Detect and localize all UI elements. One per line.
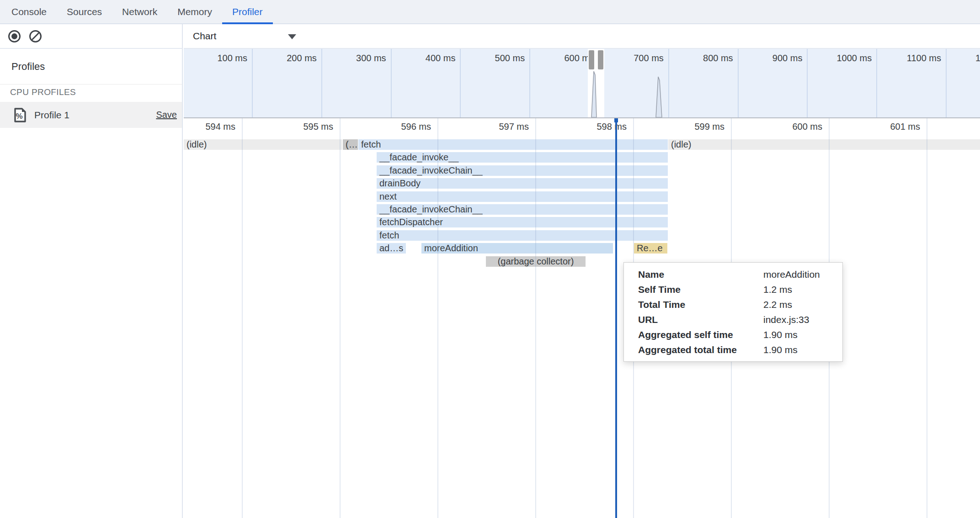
profiles-header: Profiles xyxy=(0,49,182,85)
svg-text:%: % xyxy=(16,112,22,121)
flame-bar[interactable]: (idle) xyxy=(184,139,342,150)
tooltip-label: URL xyxy=(638,312,763,327)
overview-timeline[interactable]: 100 ms200 ms300 ms400 ms500 ms600 ms700 … xyxy=(184,49,980,118)
tooltip-label: Aggregated total time xyxy=(638,342,763,357)
ruler-tick-label: 594 ms xyxy=(205,122,235,132)
tab-memory[interactable]: Memory xyxy=(167,0,222,23)
flame-bar[interactable]: __facade_invoke__ xyxy=(377,152,668,163)
ruler-tick-label: 598 ms xyxy=(597,122,627,132)
tooltip-label: Total Time xyxy=(638,297,763,312)
tooltip-label: Aggregated self time xyxy=(638,327,763,342)
ruler-tick-label: 595 ms xyxy=(303,122,333,132)
tooltip-value: moreAddition xyxy=(763,267,833,282)
profile-list-item[interactable]: % Profile 1 Save xyxy=(0,102,182,128)
view-mode-select[interactable]: Chart xyxy=(193,24,303,48)
ruler-tick-label: 600 ms xyxy=(792,122,822,132)
tooltip-row: NamemoreAddition xyxy=(638,267,833,282)
tooltip-row: Total Time2.2 ms xyxy=(638,297,833,312)
detail-gridline xyxy=(927,118,927,518)
profiler-panel: ConsoleSourcesNetworkMemoryProfiler Prof… xyxy=(0,0,980,518)
cpu-activity-spikes xyxy=(184,49,980,117)
flame-bar[interactable]: fetch xyxy=(377,230,668,241)
tooltip-row: Self Time1.2 ms xyxy=(638,282,833,297)
flame-bar[interactable]: (garbage collector) xyxy=(486,256,586,267)
sidebar: Profiles CPU PROFILES % Profile 1 Save xyxy=(0,24,183,518)
ruler-tick-label: 601 ms xyxy=(890,122,920,132)
flame-chart: 594 ms595 ms596 ms597 ms598 ms599 ms600 … xyxy=(184,118,980,518)
tooltip-label: Name xyxy=(638,267,763,282)
tooltip-value: 1.2 ms xyxy=(763,282,833,297)
flame-bar[interactable]: ad…s xyxy=(377,243,406,254)
flame-bar[interactable]: (… xyxy=(343,139,358,150)
frame-tooltip: NamemoreAdditionSelf Time1.2 msTotal Tim… xyxy=(623,262,843,362)
selection-handle-right[interactable] xyxy=(598,50,603,69)
ruler-tick-label: 599 ms xyxy=(694,122,724,132)
main-toolbar: Chart xyxy=(184,24,980,49)
devtools-tabbar: ConsoleSourcesNetworkMemoryProfiler xyxy=(0,0,980,24)
tooltip-value: index.js:33 xyxy=(763,312,833,327)
tooltip-value: 1.90 ms xyxy=(763,342,833,357)
flame-bar[interactable]: moreAddition xyxy=(421,243,613,254)
tooltip-row: Aggregated total time1.90 ms xyxy=(638,342,833,357)
flame-bar[interactable]: next xyxy=(377,191,668,202)
ruler-tick-label: 597 ms xyxy=(499,122,529,132)
tooltip-value: 1.90 ms xyxy=(763,327,833,342)
clear-profiles-button[interactable] xyxy=(29,30,42,42)
tab-profiler[interactable]: Profiler xyxy=(222,0,273,23)
flame-bar[interactable]: (idle) xyxy=(668,139,980,150)
tooltip-row: Aggregated self time1.90 ms xyxy=(638,327,833,342)
detail-gridline xyxy=(242,118,243,518)
current-time-marker[interactable] xyxy=(615,118,617,518)
tooltip-value: 2.2 ms xyxy=(763,297,833,312)
profile-document-icon: % xyxy=(14,108,27,122)
cpu-profiles-section-label: CPU PROFILES xyxy=(10,87,76,97)
save-profile-link[interactable]: Save xyxy=(156,110,177,120)
flame-bar[interactable]: fetchDispatcher xyxy=(377,217,668,227)
flame-bar[interactable]: Re…e xyxy=(634,243,667,254)
tab-network[interactable]: Network xyxy=(112,0,167,23)
selection-handle-left[interactable] xyxy=(589,50,594,69)
flame-bar[interactable]: __facade_invokeChain__ xyxy=(377,165,668,176)
tab-sources[interactable]: Sources xyxy=(57,0,112,23)
chevron-down-icon xyxy=(288,34,296,39)
view-mode-label: Chart xyxy=(193,31,216,42)
sidebar-toolbar xyxy=(0,24,182,49)
tab-console[interactable]: Console xyxy=(1,0,57,23)
profile-name: Profile 1 xyxy=(34,110,156,121)
flame-bar[interactable]: __facade_invokeChain__ xyxy=(377,204,668,215)
tooltip-label: Self Time xyxy=(638,282,763,297)
profiler-main: Chart 100 ms200 ms300 ms400 ms500 ms600 … xyxy=(184,24,980,518)
flame-bar[interactable]: drainBody xyxy=(377,178,668,189)
record-profile-button[interactable] xyxy=(8,30,21,42)
tooltip-row: URLindex.js:33 xyxy=(638,312,833,327)
detail-gridline xyxy=(340,118,341,518)
flame-bar[interactable]: fetch xyxy=(358,139,668,150)
ruler-tick-label: 596 ms xyxy=(401,122,431,132)
